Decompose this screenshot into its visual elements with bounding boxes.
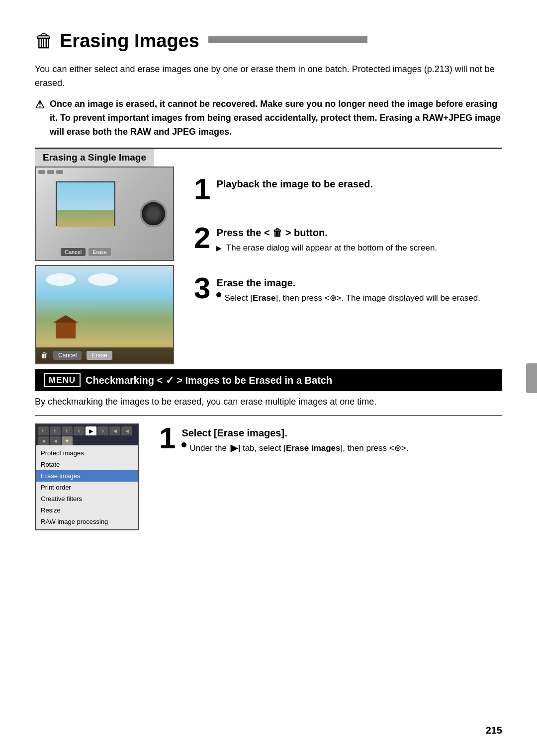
page-title: Erasing Images <box>60 30 199 52</box>
camera-image-2: 🗑 Cancel Erase <box>35 265 174 364</box>
img2-cancel-btn: Cancel <box>53 351 82 360</box>
cloud-1 <box>46 273 76 286</box>
batch-step-column: 1 Select [Erase images]. Under the [▶] t… <box>159 423 502 466</box>
camera-screen <box>56 181 115 226</box>
batch-step-1-body: Under the [▶] tab, select [Erase images]… <box>181 442 502 455</box>
cam-buttons-row-1: Cancel Erase <box>61 248 111 256</box>
step-3-body-text: Select [Erase], then press <⊛>. The imag… <box>224 292 480 305</box>
menu-item-raw: RAW image processing <box>36 516 138 527</box>
menu-items-list: Protect images Rotate Erase images Print… <box>36 445 138 529</box>
batch-step-1-body-text: Under the [▶] tab, select [Erase images]… <box>189 442 408 455</box>
menu-tab-5: b <box>97 426 108 435</box>
warning-block: ⚠ Once an image is erased, it cannot be … <box>35 97 502 139</box>
menu-item-print: Print order <box>36 482 138 493</box>
camera-image-1: Cancel Erase <box>35 167 174 261</box>
menu-tab-8: ◀ <box>38 436 49 445</box>
landscape-barn <box>56 321 76 338</box>
batch-step-1-bullet <box>181 442 186 447</box>
title-bar-decoration <box>208 36 367 43</box>
img2-trash-icon: 🗑 <box>41 351 48 360</box>
cam-top-btn-3 <box>56 170 63 174</box>
menu-label-box: MENU <box>44 373 81 387</box>
step-2-content: Press the < 🗑 > button. ▶ The erase dial… <box>216 223 502 254</box>
warning-text: Once an image is erased, it cannot be re… <box>50 97 502 139</box>
step-3-body: Select [Erase], then press <⊛>. The imag… <box>216 292 502 305</box>
step-2-number: 2 <box>194 223 210 253</box>
step-1-number: 1 <box>194 174 210 204</box>
menu-item-resize: Resize <box>36 504 138 516</box>
batch-step-1: 1 Select [Erase images]. Under the [▶] t… <box>159 423 502 455</box>
camera-lens <box>140 200 167 228</box>
images-column: Cancel Erase 🗑 Cancel Erase <box>35 167 179 364</box>
batch-desc: By checkmarking the images to be erased,… <box>35 395 502 409</box>
batch-step-1-bullet-row: Under the [▶] tab, select [Erase images]… <box>181 442 502 455</box>
step-3-heading: Erase the image. <box>216 277 502 289</box>
single-section-heading: Erasing a Single Image <box>35 149 154 167</box>
cam-erase-btn-1: Erase <box>89 248 111 256</box>
camera-top-buttons <box>38 170 63 174</box>
batch-divider <box>35 415 502 416</box>
step-3: 3 Erase the image. Select [Erase], then … <box>194 265 502 305</box>
cam-top-btn-1 <box>38 170 45 174</box>
landscape-clouds <box>36 273 173 288</box>
batch-step-1-content: Select [Erase images]. Under the [▶] tab… <box>181 423 502 455</box>
step-3-bullet <box>216 292 221 297</box>
step-2: 2 Press the < 🗑 > button. ▶ The erase di… <box>194 215 502 254</box>
menu-tab-0: b <box>38 426 49 435</box>
trash-icon-title: 🗑 <box>35 30 54 52</box>
step-3-bullet-row: Select [Erase], then press <⊛>. The imag… <box>216 292 502 305</box>
single-steps-area: Cancel Erase 🗑 Cancel Erase <box>35 167 502 364</box>
menu-tab-6: ◀ <box>109 426 120 435</box>
batch-step-1-heading: Select [Erase images]. <box>181 427 502 439</box>
menu-tab-9: ◀ <box>50 436 61 445</box>
step-3-number: 3 <box>194 273 210 303</box>
page-title-row: 🗑 Erasing Images <box>35 30 502 52</box>
image2-bottom-bar: 🗑 Cancel Erase <box>36 347 173 363</box>
step-1-heading: Playback the image to be erased. <box>216 178 502 190</box>
menu-item-rotate: Rotate <box>36 459 138 470</box>
page-tab-marker <box>526 363 537 393</box>
batch-step-area: b b b b ▶ b ◀ ◀ ◀ ◀ ★ Protect images Rot… <box>35 423 502 530</box>
step-2-body-text: The erase dialog will appear at the bott… <box>226 243 437 252</box>
menu-screen-column: b b b b ▶ b ◀ ◀ ◀ ◀ ★ Protect images Rot… <box>35 423 144 530</box>
menu-tab-7: ◀ <box>121 426 132 435</box>
img2-erase-btn: Erase <box>87 351 112 360</box>
step-1: 1 Playback the image to be erased. <box>194 167 502 204</box>
batch-step-1-number: 1 <box>159 423 176 453</box>
menu-screen: b b b b ▶ b ◀ ◀ ◀ ◀ ★ Protect images Rot… <box>35 423 139 530</box>
step-2-body: ▶ The erase dialog will appear at the bo… <box>216 242 502 254</box>
intro-text: You can either select and erase images o… <box>35 63 502 90</box>
menu-item-creative: Creative filters <box>36 493 138 504</box>
screen-ground <box>57 210 114 227</box>
step-1-content: Playback the image to be erased. <box>216 174 502 193</box>
step-2-arrow: ▶ <box>216 244 222 252</box>
page-number: 215 <box>486 725 502 736</box>
screen-sky <box>57 182 114 210</box>
menu-tab-1: b <box>50 426 61 435</box>
barn-roof <box>53 315 78 323</box>
cam-top-btn-2 <box>47 170 54 174</box>
warning-icon: ⚠ <box>35 98 45 111</box>
menu-item-protect: Protect images <box>36 447 138 459</box>
menu-item-erase: Erase images <box>36 470 138 482</box>
batch-section-heading-text: Checkmarking < ✓ > Images to be Erased i… <box>86 374 332 386</box>
cloud-2 <box>88 273 118 286</box>
menu-tab-3: b <box>74 426 85 435</box>
menu-tab-4: ▶ <box>86 426 96 435</box>
steps-column: 1 Playback the image to be erased. 2 Pre… <box>194 167 502 364</box>
step-2-heading: Press the < 🗑 > button. <box>216 227 502 239</box>
step-3-content: Erase the image. Select [Erase], then pr… <box>216 273 502 305</box>
page: 🗑 Erasing Images You can either select a… <box>0 0 537 756</box>
menu-tab-10: ★ <box>62 436 73 445</box>
batch-section-heading-bar: MENU Checkmarking < ✓ > Images to be Era… <box>35 369 502 391</box>
menu-tab-row: b b b b ▶ b ◀ ◀ ◀ ◀ ★ <box>36 424 138 445</box>
menu-tab-2: b <box>62 426 73 435</box>
cam-cancel-btn-1: Cancel <box>61 248 86 256</box>
